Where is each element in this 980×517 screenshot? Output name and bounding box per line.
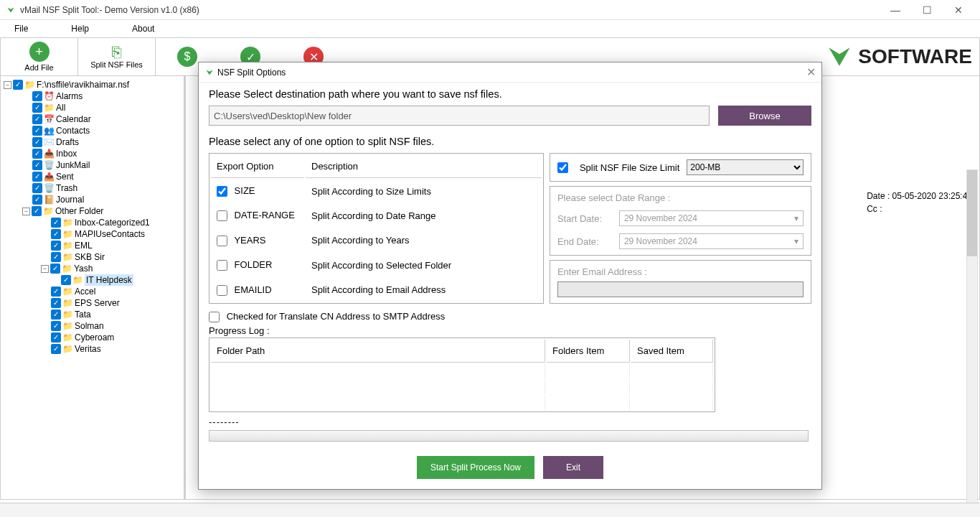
folder-icon: ⏰ [44,90,55,102]
checkbox-icon[interactable]: ✓ [61,275,71,285]
option-checkbox[interactable] [217,260,227,271]
checkbox-icon[interactable]: ✓ [32,206,42,216]
option-desc: Split According to Size Limits [306,180,542,202]
checkbox-icon[interactable]: ✓ [32,114,42,124]
maximize-button[interactable]: ☐ [911,4,943,16]
tree-item[interactable]: JunkMail [56,159,90,171]
tree-item[interactable]: EML [75,240,93,251]
export-option-row[interactable]: YEARSSplit According to Years [211,229,542,252]
menubar: File Help About [0,20,980,37]
menu-file[interactable]: File [14,24,28,34]
tree-item[interactable]: Accel [75,286,95,297]
folder-icon: 📁 [62,228,73,240]
export-option-row[interactable]: FOLDERSplit According to Selected Folder [211,253,542,276]
tree-root[interactable]: F:\nsffile\ravikhaimar.nsf [37,79,129,90]
dollar-icon[interactable]: $ [177,47,197,67]
option-checkbox[interactable] [217,285,227,296]
checkbox-icon[interactable]: ✓ [32,160,42,170]
date-label: Date : [867,191,890,201]
checkbox-icon[interactable]: ✓ [51,321,61,331]
tree-it-helpdesk[interactable]: IT Helpdesk [85,274,133,286]
add-file-label: Add File [24,63,53,72]
checkbox-icon[interactable]: ✓ [32,172,42,182]
start-date-value: 29 November 2024 [624,213,697,223]
scrollbar-thumb[interactable] [967,170,977,256]
checkbox-icon[interactable]: ✓ [32,183,42,193]
dialog-close-button[interactable]: ✕ [806,65,816,79]
folder-icon: 📁 [62,263,72,274]
add-file-button[interactable]: + Add File [1,38,78,75]
tree-other-folder[interactable]: Other Folder [55,205,103,217]
checkbox-icon[interactable]: ✓ [32,103,42,113]
checkbox-icon[interactable]: ✓ [51,229,61,239]
scrollbar[interactable] [966,169,978,517]
checkbox-icon[interactable]: ✓ [51,344,61,354]
collapse-icon[interactable]: − [41,265,49,273]
translate-cn-checkbox[interactable] [209,312,220,322]
tree-item[interactable]: MAPIUseContacts [75,228,145,240]
close-button[interactable]: ✕ [943,4,974,16]
checkbox-icon[interactable]: ✓ [13,80,23,90]
checkbox-icon[interactable]: ✓ [32,91,42,101]
folder-icon: 📁 [62,320,73,332]
tree-item[interactable]: Cyberoam [75,332,114,343]
checkbox-icon[interactable]: ✓ [50,264,60,274]
option-checkbox[interactable] [217,236,227,246]
collapse-icon[interactable]: − [4,81,11,89]
checkbox-icon[interactable]: ✓ [51,241,61,251]
folder-icon: 📁 [62,217,73,228]
tree-item[interactable]: EPS Server [75,297,120,309]
tree-item[interactable]: All [56,102,65,113]
tree-item[interactable]: Sent [56,171,74,182]
end-date-field[interactable]: 29 November 2024▾ [619,233,804,249]
checkbox-icon[interactable]: ✓ [51,309,61,320]
tree-item[interactable]: SKB Sir [75,251,105,263]
menu-help[interactable]: Help [71,24,89,34]
tree-item[interactable]: Alarms [56,90,83,102]
tree-item[interactable]: Veritas [75,343,101,355]
tree-item[interactable]: Inbox-Categorized1 [75,217,150,228]
export-option-row[interactable]: DATE-RANGESplit According to Date Range [211,204,542,227]
email-input[interactable] [557,281,804,297]
option-checkbox[interactable] [217,186,227,197]
start-date-field[interactable]: 29 November 2024▾ [619,210,804,226]
minimize-button[interactable]: — [880,4,911,16]
browse-button[interactable]: Browse [718,106,811,126]
export-option-row[interactable]: SIZESplit According to Size Limits [211,180,542,202]
tree-item[interactable]: Trash [56,182,77,194]
export-option-row[interactable]: EMAILIDSplit According to Email Address [211,279,542,302]
split-nsf-button[interactable]: ⎘ Split NSF Files [78,38,156,75]
exit-button[interactable]: Exit [543,456,603,479]
checkbox-icon[interactable]: ✓ [32,126,42,136]
checkbox-icon[interactable]: ✓ [32,137,42,147]
tree-yash[interactable]: Yash [74,263,93,274]
folder-tree[interactable]: − ✓ 📁 F:\nsffile\ravikhaimar.nsf ✓⏰Alarm… [1,76,186,499]
message-meta: Date : 05-05-2020 23:25:49 Cc : [867,191,972,217]
collapse-icon[interactable]: − [22,208,30,215]
tree-item[interactable]: Contacts [56,125,90,136]
calendar-icon: ▾ [794,236,798,246]
tree-item[interactable]: Inbox [56,148,77,159]
checkbox-icon[interactable]: ✓ [51,218,61,228]
tree-item[interactable]: Solman [75,320,104,332]
option-checkbox[interactable] [217,210,227,221]
tree-item[interactable]: Journal [56,194,84,205]
destination-path-input[interactable] [209,106,710,126]
folder-icon: 📔 [44,194,55,205]
checkbox-icon[interactable]: ✓ [32,195,42,205]
menu-about[interactable]: About [132,24,154,34]
checkbox-icon[interactable]: ✓ [51,298,61,308]
tree-item[interactable]: Calendar [56,113,91,125]
size-limit-checkbox[interactable] [557,162,568,173]
tree-item[interactable]: Drafts [56,136,79,148]
checkbox-icon[interactable]: ✓ [32,149,42,159]
th-saved-item: Saved Item [631,340,713,363]
size-limit-select[interactable]: 200-MB [687,159,804,175]
export-options-table: Export Option Description SIZESplit Acco… [209,153,544,304]
start-split-button[interactable]: Start Split Process Now [417,456,534,479]
checkbox-icon[interactable]: ✓ [51,252,61,262]
checkbox-icon[interactable]: ✓ [51,287,61,297]
checkbox-icon[interactable]: ✓ [51,332,61,343]
app-logo-icon [6,5,16,15]
tree-item[interactable]: Tata [75,309,91,320]
